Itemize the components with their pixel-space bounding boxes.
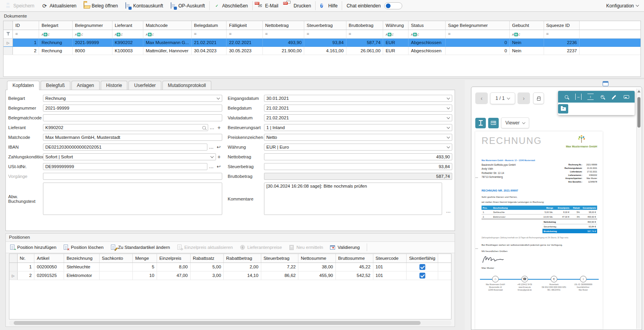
filter-cell[interactable]: = <box>263 30 304 38</box>
op-info-button[interactable]: OP-Auskunft <box>167 0 209 11</box>
add-to-folder-button[interactable] <box>558 104 568 114</box>
belegnummer-field[interactable]: 2021-99999 <box>43 105 222 112</box>
filter-cell[interactable]: = <box>191 30 227 38</box>
chevron-down-icon[interactable] <box>217 96 220 99</box>
filter-cell[interactable]: ABC <box>510 30 544 38</box>
column-header[interactable]: Steuerbetrag <box>261 254 298 263</box>
column-header[interactable]: Steuercode <box>373 254 407 263</box>
tab-kopfdaten[interactable]: Kopfdaten <box>7 81 39 90</box>
column-header[interactable]: Artikel <box>34 254 64 263</box>
fit-height-button[interactable]: ↕ <box>587 94 594 100</box>
prev-page-button[interactable]: ‹ <box>475 92 488 104</box>
lieferant-field[interactable]: K990202 <box>43 124 208 131</box>
lieferant-more-button[interactable]: … <box>208 124 216 131</box>
extract-text-button[interactable] <box>475 118 486 128</box>
column-header[interactable]: Nr. <box>17 254 34 263</box>
filter-cell[interactable]: = <box>13 30 39 38</box>
refresh-button[interactable]: ⟳ Aktualisieren <box>38 0 80 11</box>
tab-belegfuss[interactable]: Belegfuß <box>41 81 70 90</box>
column-header[interactable]: Steuerbetrag <box>304 21 346 30</box>
ustidnr-field[interactable]: DE999999999 <box>43 163 207 170</box>
configuration-menu[interactable]: Konfiguration <box>601 0 644 11</box>
filter-cell[interactable]: = <box>544 30 580 38</box>
abw-buchungstext-textarea[interactable] <box>43 183 222 215</box>
print-button[interactable]: PDF Drucken <box>282 0 315 11</box>
column-header[interactable]: Rabattbetrag <box>224 254 261 263</box>
column-header[interactable]: Fälligkeit <box>227 21 263 30</box>
page-indicator[interactable]: 1 / 1 <box>490 92 515 104</box>
besteuerungsart-field[interactable]: 1 | Inland <box>264 124 452 131</box>
filter-cell[interactable]: = <box>227 30 263 38</box>
change-standard-article-button[interactable]: Zu Standardartikel ändern <box>111 245 170 250</box>
chevron-down-icon[interactable] <box>447 126 450 129</box>
table-row-selected[interactable]: ▷ 2 02091525 Elektromotor 10 47,00 3,00 … <box>9 271 451 280</box>
column-header[interactable]: Nettobetrag <box>263 21 304 30</box>
search-icon[interactable] <box>202 126 206 130</box>
column-header[interactable]: Bezeichnung <box>64 254 99 263</box>
belegdatum-field[interactable]: 21.02.2021 <box>264 105 452 112</box>
steuerbetrag-field[interactable]: 93,84 <box>264 163 452 170</box>
column-header[interactable]: Squeeze ID <box>544 21 580 30</box>
ustidnr-undo-button[interactable]: ↩ <box>215 163 222 170</box>
vertical-scrollbar[interactable] <box>636 89 641 329</box>
nettobetrag-field[interactable]: 493,90 <box>264 153 452 160</box>
zahlungskondition-field[interactable]: Sofort | Sofort <box>43 153 216 160</box>
chevron-down-icon[interactable] <box>447 135 450 138</box>
chevron-down-icon[interactable] <box>211 155 214 158</box>
account-info-button[interactable]: Kontoauskunft <box>121 0 167 11</box>
filter-cell[interactable]: = <box>346 30 383 38</box>
chevron-down-icon[interactable] <box>447 116 450 119</box>
vorgaenge-field[interactable] <box>43 173 222 180</box>
iban-undo-button[interactable]: ↩ <box>215 144 222 150</box>
column-header[interactable]: Währung <box>383 21 409 30</box>
matchcode-field[interactable]: Max Mustermann GmbH, Musterstadt <box>43 134 222 141</box>
tab-mutationsprotokoll[interactable]: Mutationsprotokoll <box>162 81 211 90</box>
zoom-in-button[interactable]: + <box>599 94 605 100</box>
column-header[interactable]: Status <box>409 21 446 30</box>
column-header[interactable]: Rabattsatz <box>190 254 223 263</box>
iban-more-button[interactable]: … <box>207 144 215 150</box>
belegart-field[interactable]: Rechnung <box>43 95 222 102</box>
update-unit-price-button[interactable]: ⟳ Einzelpreis aktualisieren <box>177 245 233 250</box>
chevron-down-icon[interactable] <box>447 106 450 109</box>
save-button[interactable]: Speichern <box>2 0 38 11</box>
table-view-button[interactable] <box>488 118 499 128</box>
zoom-out-button[interactable] <box>563 94 569 100</box>
table-row[interactable]: 1 00200050 Stehleuchte 5 8,00 5,00 2,00 … <box>9 263 451 271</box>
zahlungskondition-add-button[interactable]: + <box>216 154 222 160</box>
help-button[interactable]: ? Hilfe <box>316 0 341 11</box>
lieferant-add-button[interactable]: + <box>216 124 222 131</box>
column-header[interactable]: Lieferant <box>112 21 143 30</box>
column-header[interactable]: Sachkonto <box>99 254 132 263</box>
fit-width-button[interactable]: ↔ <box>575 94 582 100</box>
bruttobetrag-field[interactable]: 587,74 <box>264 173 452 180</box>
valutadatum-field[interactable]: 21.02.2021 <box>264 114 452 121</box>
tab-userfelder[interactable]: Userfelder <box>128 81 161 90</box>
preiskennzeichen-field[interactable]: Netto <box>264 134 452 141</box>
add-position-button[interactable]: + Position hinzufügen <box>10 245 56 250</box>
column-header[interactable]: ID <box>13 21 39 30</box>
skontierfaehig-checkbox[interactable] <box>419 264 425 270</box>
waehrung-field[interactable]: EUR | Euro <box>264 144 452 151</box>
supplier-prices-button[interactable]: € Lieferantenpreise <box>240 245 282 250</box>
lock-button[interactable] <box>533 92 544 104</box>
column-header[interactable]: Einzelpreis <box>157 254 191 263</box>
column-header[interactable]: Menge <box>133 254 157 263</box>
filter-cell[interactable]: = <box>304 30 346 38</box>
scrollbar-thumb[interactable] <box>14 321 421 325</box>
eingangsdatum-field[interactable]: 30.01.2021 <box>264 95 452 102</box>
column-header[interactable]: Gebucht <box>510 21 544 30</box>
belegmatchcode-field[interactable] <box>43 114 222 121</box>
filter-cell[interactable]: ABC <box>409 30 446 38</box>
chat-toggle[interactable] <box>384 2 402 9</box>
column-header[interactable]: Bruttosumme <box>335 254 373 263</box>
next-page-button[interactable]: › <box>517 92 530 104</box>
annotate-pen-button[interactable] <box>611 94 617 100</box>
filter-cell[interactable]: = <box>446 30 510 38</box>
column-header[interactable]: Sage Belegnummer <box>446 21 510 30</box>
filter-cell[interactable]: ABC <box>112 30 143 38</box>
filter-cell[interactable]: ABC <box>39 30 73 38</box>
scroll-up-icon[interactable] <box>637 90 640 92</box>
kommentare-textarea[interactable]: [30.04.2024 16:26:08 sage]: Bitte nochma… <box>264 183 442 215</box>
column-header[interactable]: Belegdatum <box>191 21 227 30</box>
